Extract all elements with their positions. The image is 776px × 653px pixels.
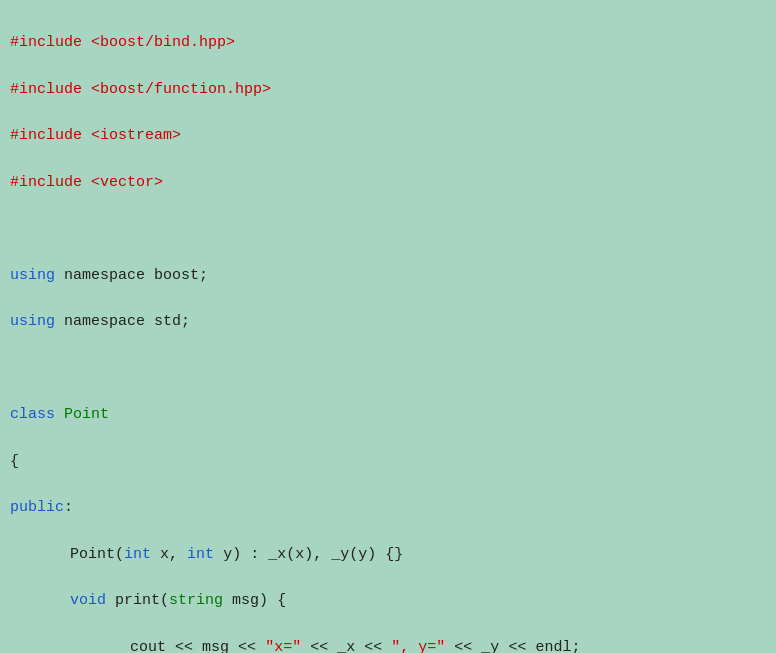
line-8 (10, 357, 766, 380)
line-3: #include <iostream> (10, 124, 766, 147)
line-11: public: (10, 496, 766, 519)
line-5 (10, 217, 766, 240)
line-12: Point(int x, int y) : _x(x), _y(y) {} (10, 543, 766, 566)
code-container: #include <boost/bind.hpp> #include <boos… (10, 8, 766, 653)
line-1: #include <boost/bind.hpp> (10, 31, 766, 54)
line-7: using namespace std; (10, 310, 766, 333)
line-9: class Point (10, 403, 766, 426)
line-10: { (10, 450, 766, 473)
line-13: void print(string msg) { (10, 589, 766, 612)
line-2: #include <boost/function.hpp> (10, 78, 766, 101)
line-4: #include <vector> (10, 171, 766, 194)
line-6: using namespace boost; (10, 264, 766, 287)
code-block: #include <boost/bind.hpp> #include <boos… (10, 8, 766, 653)
line-14: cout << msg << "x=" << _x << ", y=" << _… (10, 636, 766, 653)
